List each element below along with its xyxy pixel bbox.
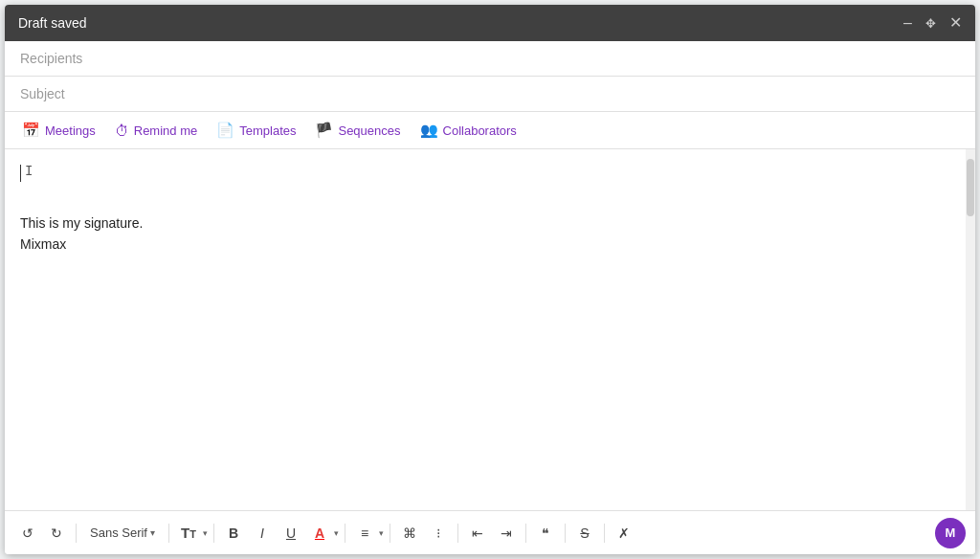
redo-icon: ↻ (51, 525, 62, 541)
font-color-button[interactable]: A (306, 521, 333, 546)
text-size-button[interactable]: TT (175, 520, 202, 546)
subject-input[interactable] (20, 86, 960, 101)
separator-8 (565, 524, 566, 543)
cursor-line: I (20, 163, 950, 184)
indent-decrease-button[interactable]: ⇤ (464, 521, 491, 546)
separator-2 (168, 524, 169, 543)
compose-window: Draft saved – ✥ ✕ 📅 Meetings ⏱ Remind me… (5, 5, 975, 554)
feature-toolbar: 📅 Meetings ⏱ Remind me 📄 Templates 🏴 Seq… (5, 112, 975, 149)
sequences-button[interactable]: 🏴 Sequences (307, 118, 408, 143)
signature: This is my signature. Mixmax (20, 212, 950, 256)
separator-6 (457, 524, 458, 543)
redo-button[interactable]: ↻ (43, 521, 70, 546)
recipients-row (5, 41, 975, 77)
cursor (20, 165, 21, 182)
bold-icon: B (229, 525, 238, 541)
subject-row (5, 77, 975, 112)
collaborators-label: Collaborators (443, 123, 517, 138)
close-button[interactable]: ✕ (949, 15, 962, 31)
separator-7 (525, 524, 526, 543)
templates-icon: 📄 (216, 122, 234, 139)
text-size-group: TT ▾ (175, 520, 208, 546)
expand-button[interactable]: ✥ (925, 17, 936, 30)
sequences-icon: 🏴 (315, 122, 333, 139)
formatting-toolbar: ↺ ↻ Sans Serif ▾ TT ▾ B I U A (5, 510, 975, 554)
mixmax-logo-label: M (946, 525, 956, 540)
clear-formatting-button[interactable]: ✗ (611, 521, 637, 546)
templates-label: Templates (239, 123, 296, 138)
remind-me-button[interactable]: ⏱ Remind me (107, 119, 205, 143)
signature-line2: Mixmax (20, 234, 950, 255)
undo-icon: ↺ (22, 525, 33, 541)
separator-5 (390, 524, 390, 543)
sequences-label: Sequences (338, 123, 400, 138)
ordered-list-icon: ⌘ (403, 525, 416, 541)
text-cursor-icon: I (25, 164, 33, 179)
separator-4 (345, 524, 345, 543)
font-color-arrow: ▾ (334, 528, 339, 538)
quote-icon: ❝ (542, 525, 549, 541)
quote-button[interactable]: ❝ (532, 521, 559, 546)
text-size-icon: TT (181, 525, 196, 541)
align-arrow: ▾ (379, 528, 384, 538)
meetings-button[interactable]: 📅 Meetings (14, 118, 103, 143)
minimize-button[interactable]: – (903, 15, 912, 31)
font-color-group: A ▾ (306, 521, 339, 546)
font-family-label: Sans Serif (90, 525, 147, 540)
unordered-list-button[interactable]: ⁝ (425, 521, 452, 546)
window-controls: – ✥ ✕ (903, 15, 962, 31)
strikethrough-button[interactable]: S (571, 521, 598, 546)
bold-button[interactable]: B (220, 521, 247, 546)
collaborators-icon: 👥 (420, 122, 438, 139)
separator-3 (213, 524, 214, 543)
font-family-selector[interactable]: Sans Serif ▾ (82, 522, 163, 544)
indent-decrease-icon: ⇤ (472, 525, 483, 541)
templates-button[interactable]: 📄 Templates (209, 118, 303, 143)
collaborators-button[interactable]: 👥 Collaborators (412, 118, 524, 143)
italic-button[interactable]: I (249, 521, 276, 546)
separator-9 (604, 524, 605, 543)
body-area: I This is my signature. Mixmax (5, 149, 975, 510)
underline-icon: U (286, 525, 296, 541)
editor[interactable]: I This is my signature. Mixmax (5, 149, 966, 510)
undo-button[interactable]: ↺ (14, 521, 41, 546)
align-group: ≡ ▾ (351, 521, 384, 546)
mixmax-logo[interactable]: M (935, 518, 966, 548)
font-color-icon: A (315, 525, 324, 541)
strikethrough-icon: S (580, 525, 589, 541)
font-dropdown-arrow: ▾ (150, 527, 155, 538)
italic-icon: I (260, 525, 264, 541)
meetings-label: Meetings (45, 123, 96, 138)
ordered-list-button[interactable]: ⌘ (396, 521, 423, 546)
signature-line1: This is my signature. (20, 212, 950, 234)
indent-increase-button[interactable]: ⇥ (493, 521, 520, 546)
align-button[interactable]: ≡ (351, 521, 378, 546)
remind-me-icon: ⏱ (115, 123, 129, 139)
separator-1 (76, 524, 77, 543)
remind-me-label: Remind me (134, 123, 197, 138)
align-icon: ≡ (361, 525, 368, 541)
unordered-list-icon: ⁝ (436, 525, 440, 541)
indent-increase-icon: ⇥ (501, 525, 512, 541)
scrollbar-thumb[interactable] (967, 159, 974, 216)
clear-formatting-icon: ✗ (618, 525, 630, 541)
draft-title: Draft saved (18, 15, 87, 31)
text-size-arrow: ▾ (203, 528, 208, 538)
meetings-icon: 📅 (22, 122, 40, 139)
underline-button[interactable]: U (278, 521, 304, 546)
recipients-input[interactable] (20, 51, 960, 66)
titlebar: Draft saved – ✥ ✕ (5, 5, 975, 41)
scrollbar[interactable] (966, 149, 975, 510)
